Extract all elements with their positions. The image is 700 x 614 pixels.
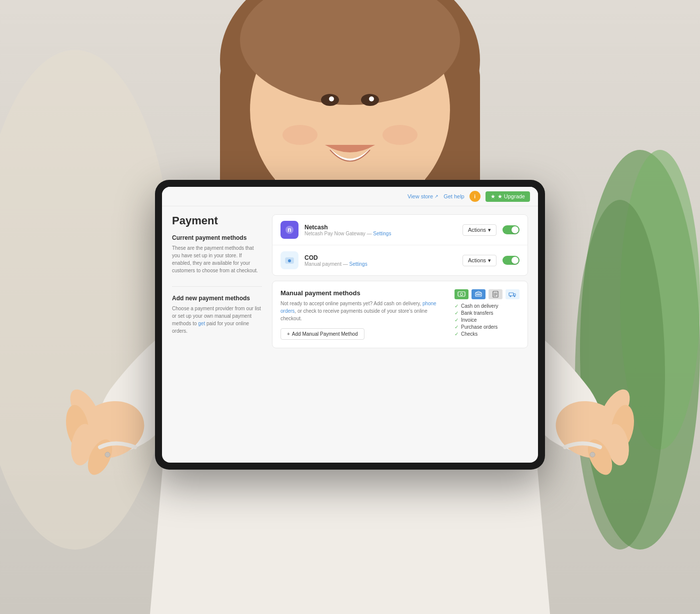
external-link-icon: ↗: [434, 194, 438, 199]
chevron-down-icon-2: ▾: [488, 257, 491, 264]
svg-point-28: [590, 452, 595, 457]
netcash-logo: n: [280, 221, 298, 239]
cod-subtitle: Manual payment — Settings: [304, 261, 456, 267]
tablet-frame: View store ↗ Get help i ★ ★ Upgrade: [155, 180, 545, 470]
section-separator-1: [172, 286, 262, 287]
current-methods-desc: These are the payment methods that you h…: [172, 244, 262, 274]
left-panel: Payment Current payment methods These ar…: [172, 214, 262, 455]
netcash-actions-button[interactable]: Actions ▾: [462, 224, 496, 236]
svg-text:n: n: [288, 226, 291, 233]
page-title: Payment: [172, 214, 262, 227]
manual-checklist: ✓ Cash on delivery ✓ Bank transfers: [454, 303, 498, 337]
checkmark-4: ✓: [454, 324, 458, 330]
get-paid-link[interactable]: get: [198, 321, 205, 326]
cod-name: COD: [304, 254, 456, 261]
view-store-label: View store: [408, 193, 433, 199]
payment-icons-row: [454, 289, 520, 299]
checklist-item-2: ✓ Bank transfers: [454, 310, 498, 316]
checklist-item-5: ✓ Checks: [454, 331, 498, 337]
checklist-item-4-label: Purchase orders: [461, 324, 498, 330]
current-payment-card: n Netcash Netcash Pay Now Gateway — Sett…: [272, 214, 528, 276]
cod-settings-link[interactable]: Settings: [350, 261, 368, 267]
netcash-payment-item: n Netcash Netcash Pay Now Gateway — Sett…: [272, 215, 528, 245]
cash-delivery-icon: [454, 289, 468, 299]
svg-point-44: [510, 296, 512, 297]
tablet-screen: View store ↗ Get help i ★ ★ Upgrade: [162, 187, 538, 463]
netcash-name: Netcash: [304, 224, 456, 231]
checklist-item-3-label: Invoice: [461, 317, 477, 323]
cod-payment-item: COD Manual payment — Settings Actions ▾: [272, 245, 528, 275]
avatar-button[interactable]: i: [470, 191, 480, 202]
svg-rect-36: [476, 294, 478, 295]
manual-payment-right: ✓ Cash on delivery ✓ Bank transfers: [454, 289, 520, 340]
checklist-item-1: ✓ Cash on delivery: [454, 303, 498, 309]
manual-payment-left: Manual payment methods Not ready to acce…: [280, 289, 446, 340]
right-panel: n Netcash Netcash Pay Now Gateway — Sett…: [272, 214, 528, 455]
add-manual-label: Add Manual Payment Method: [292, 331, 358, 337]
netcash-actions-label: Actions: [468, 227, 486, 233]
manual-payment-card: Manual payment methods Not ready to acce…: [272, 281, 528, 348]
top-bar: View store ↗ Get help i ★ ★ Upgrade: [162, 187, 538, 206]
netcash-toggle[interactable]: [502, 225, 520, 234]
netcash-subtitle: Netcash Pay Now Gateway — Settings: [304, 231, 456, 236]
svg-point-11: [382, 125, 418, 145]
chevron-down-icon: ▾: [488, 227, 491, 233]
current-methods-label: Current payment methods: [172, 234, 262, 241]
svg-rect-38: [480, 294, 480, 295]
netcash-settings-link[interactable]: Settings: [373, 231, 391, 236]
manual-payment-title: Manual payment methods: [280, 289, 446, 297]
svg-point-27: [105, 452, 110, 457]
add-methods-section-info: Add new payment methods Choose a payment…: [172, 295, 262, 335]
checklist-item-3: ✓ Invoice: [454, 317, 498, 323]
add-methods-label: Add new payment methods: [172, 295, 262, 302]
netcash-info: Netcash Netcash Pay Now Gateway — Settin…: [304, 224, 456, 236]
add-methods-desc: Choose a payment provider from our list …: [172, 305, 262, 335]
svg-point-15: [369, 96, 374, 101]
cod-info: COD Manual payment — Settings: [304, 254, 456, 267]
checklist-item-1-label: Cash on delivery: [461, 303, 498, 309]
cod-logo: [280, 251, 298, 269]
checkmark-2: ✓: [454, 310, 458, 316]
svg-point-32: [288, 259, 291, 262]
avatar-initials: i: [474, 194, 476, 199]
current-methods-section-info: Current payment methods These are the pa…: [172, 234, 262, 274]
get-help-label: Get help: [444, 193, 464, 199]
svg-point-14: [329, 96, 334, 101]
get-help-link[interactable]: Get help: [444, 193, 464, 199]
upgrade-star-icon: ★: [490, 193, 496, 200]
svg-point-10: [282, 125, 318, 145]
svg-rect-37: [478, 294, 479, 295]
svg-point-3: [0, 50, 175, 550]
svg-point-45: [514, 296, 516, 297]
main-content: Payment Current payment methods These ar…: [162, 206, 538, 463]
checkmark-3: ✓: [454, 317, 458, 323]
manual-payment-desc: Not ready to accept online payments yet?…: [280, 300, 446, 322]
upgrade-button[interactable]: ★ ★ Upgrade: [486, 191, 530, 202]
cod-actions-button[interactable]: Actions ▾: [462, 255, 496, 266]
add-manual-payment-button[interactable]: + Add Manual Payment Method: [280, 328, 364, 340]
checklist-item-4: ✓ Purchase orders: [454, 324, 498, 330]
svg-rect-43: [509, 293, 514, 296]
checklist-item-5-label: Checks: [461, 331, 478, 337]
phone-orders-link[interactable]: phone orders: [280, 301, 436, 314]
plus-icon: +: [287, 331, 290, 337]
svg-point-34: [460, 293, 463, 296]
cod-actions-label: Actions: [468, 257, 486, 263]
checklist-item-2-label: Bank transfers: [461, 310, 493, 316]
checkmark-5: ✓: [454, 331, 458, 337]
view-store-link[interactable]: View store ↗: [408, 193, 438, 199]
checkmark-1: ✓: [454, 303, 458, 309]
manual-payment-top: Manual payment methods Not ready to acce…: [280, 289, 520, 340]
svg-point-2: [575, 200, 665, 550]
delivery-icon: [506, 289, 520, 299]
invoice-icon: [488, 289, 502, 299]
bank-transfer-icon: [472, 289, 486, 299]
cod-toggle[interactable]: [502, 256, 520, 265]
